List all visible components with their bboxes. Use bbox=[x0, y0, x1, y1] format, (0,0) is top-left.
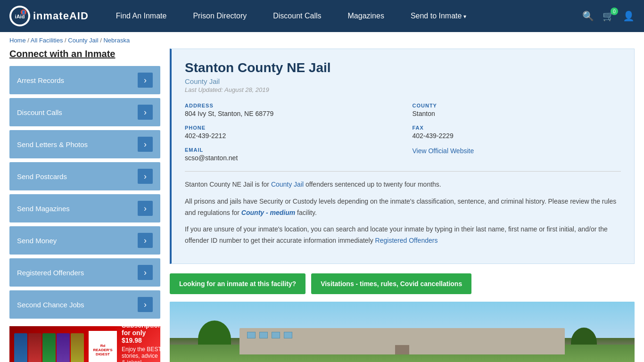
facility-email-block: EMAIL scso@stanton.net bbox=[185, 147, 394, 162]
photo-entrance bbox=[395, 345, 409, 354]
breadcrumb-all-facilities[interactable]: All Facilities bbox=[31, 37, 63, 44]
nav-send-to-inmate[interactable]: Send to Inmate bbox=[397, 0, 479, 33]
search-icon[interactable]: 🔍 bbox=[582, 10, 594, 22]
cart-badge: 0 bbox=[611, 8, 618, 15]
sidebar-item-send-magazines[interactable]: Send Magazines › bbox=[9, 194, 160, 222]
sidebar-item-label: Send Magazines bbox=[17, 205, 70, 213]
breadcrumb-home[interactable]: Home bbox=[9, 37, 26, 44]
photo-windows bbox=[239, 328, 565, 342]
main-container: Connect with an Inmate Arrest Records › … bbox=[0, 49, 644, 362]
email-value: scso@stanton.net bbox=[185, 154, 394, 162]
chevron-right-icon: › bbox=[138, 105, 153, 120]
county-label: COUNTY bbox=[413, 103, 621, 108]
sidebar-title: Connect with an Inmate bbox=[9, 49, 160, 59]
breadcrumb-state[interactable]: Nebraska bbox=[103, 37, 130, 44]
logo-icon: iAid 👤 bbox=[9, 6, 30, 26]
county-value: Stanton bbox=[413, 110, 621, 117]
photo-window bbox=[259, 332, 268, 338]
ad-logo-rd: Rd bbox=[100, 344, 106, 348]
chevron-right-icon: › bbox=[138, 201, 153, 216]
address-label: ADDRESS bbox=[185, 103, 394, 108]
chevron-right-icon: › bbox=[138, 233, 153, 248]
desc2-suffix: facility. bbox=[297, 209, 317, 216]
address-value: 804 Ivy St, Stanton, NE 68779 bbox=[185, 110, 394, 117]
facility-county-block: COUNTY Stanton bbox=[413, 103, 621, 117]
photo-window bbox=[284, 332, 292, 338]
ad-logo-sub: READER'S DIGEST bbox=[91, 348, 115, 356]
registered-offenders-link[interactable]: Registered Offenders bbox=[375, 237, 438, 244]
photo-building bbox=[239, 328, 565, 354]
sidebar-item-label: Discount Calls bbox=[17, 108, 62, 116]
main-navigation: iAid 👤 inmateAID Find An Inmate Prison D… bbox=[0, 0, 644, 32]
chevron-right-icon: › bbox=[138, 265, 153, 280]
svg-text:👤: 👤 bbox=[21, 10, 26, 15]
photo-window bbox=[247, 332, 256, 338]
chevron-right-icon: › bbox=[138, 169, 153, 184]
sidebar-item-second-chance-jobs[interactable]: Second Chance Jobs › bbox=[9, 290, 160, 319]
action-buttons: Looking for an inmate at this facility? … bbox=[170, 273, 635, 294]
facility-name: Stanton County NE Jail bbox=[185, 60, 621, 75]
fax-value: 402-439-2229 bbox=[413, 132, 621, 140]
sidebar-item-label: Registered Offenders bbox=[17, 269, 84, 277]
ad-inner: Rd READER'S DIGEST 1 Year Subscription f… bbox=[9, 326, 160, 362]
desc1-suffix: offenders sentenced up to twenty four mo… bbox=[305, 181, 441, 188]
logo-text: inmateAID bbox=[33, 10, 89, 22]
sidebar-item-send-postcards[interactable]: Send Postcards › bbox=[9, 162, 160, 190]
cart-icon[interactable]: 🛒 0 bbox=[603, 10, 614, 22]
breadcrumb: Home / All Facilities / County Jail / Ne… bbox=[0, 32, 644, 49]
nav-prison-directory[interactable]: Prison Directory bbox=[180, 0, 260, 33]
photo-window bbox=[272, 332, 280, 338]
facility-details: ADDRESS 804 Ivy St, Stanton, NE 68779 CO… bbox=[185, 103, 621, 162]
sidebar-item-arrest-records[interactable]: Arrest Records › bbox=[9, 66, 160, 94]
ad-logo-box: Rd READER'S DIGEST bbox=[89, 331, 117, 362]
logo[interactable]: iAid 👤 inmateAID bbox=[9, 6, 89, 26]
sidebar-item-send-money[interactable]: Send Money › bbox=[9, 226, 160, 255]
sidebar: Connect with an Inmate Arrest Records › … bbox=[9, 49, 160, 362]
sidebar-item-label: Arrest Records bbox=[17, 76, 64, 84]
sidebar-item-registered-offenders[interactable]: Registered Offenders › bbox=[9, 258, 160, 287]
facility-fax-block: FAX 402-439-2229 bbox=[413, 125, 621, 140]
sidebar-item-label: Send Postcards bbox=[17, 173, 67, 181]
facility-type: County Jail bbox=[185, 77, 621, 85]
desc1-text: Stanton County NE Jail is for bbox=[185, 181, 271, 188]
email-label: EMAIL bbox=[185, 147, 394, 153]
facility-card: Stanton County NE Jail County Jail Last … bbox=[170, 49, 635, 264]
chevron-right-icon: › bbox=[138, 137, 153, 152]
fax-label: FAX bbox=[413, 125, 621, 131]
facility-last-updated: Last Updated: August 28, 2019 bbox=[185, 86, 621, 93]
nav-right: 🔍 🛒 0 👤 bbox=[582, 10, 635, 22]
sidebar-item-label: Second Chance Jobs bbox=[17, 301, 84, 309]
breadcrumb-county-jail[interactable]: County Jail bbox=[68, 37, 98, 44]
facility-website-block: View Official Website bbox=[413, 147, 621, 162]
chevron-right-icon: › bbox=[138, 297, 153, 312]
facility-phone-block: PHONE 402-439-2212 bbox=[185, 125, 394, 140]
sidebar-item-send-letters[interactable]: Send Letters & Photos › bbox=[9, 130, 160, 158]
sidebar-item-label: Send Letters & Photos bbox=[17, 140, 88, 148]
facility-photo bbox=[170, 302, 635, 362]
ad-subtext: Enjoy the BEST stories, advice & jokes! bbox=[122, 346, 160, 362]
sidebar-advertisement[interactable]: Rd READER'S DIGEST 1 Year Subscription f… bbox=[9, 326, 160, 362]
website-link[interactable]: View Official Website bbox=[413, 147, 474, 155]
content-area: Stanton County NE Jail County Jail Last … bbox=[170, 49, 635, 362]
phone-label: PHONE bbox=[185, 125, 394, 131]
ad-headline: 1 Year Subscription for only $19.98 bbox=[122, 326, 160, 344]
facility-description: Stanton County NE Jail is for County Jai… bbox=[185, 179, 621, 247]
ad-text: 1 Year Subscription for only $19.98 Enjo… bbox=[122, 326, 160, 362]
nav-magazines[interactable]: Magazines bbox=[335, 0, 397, 33]
county-medium-link[interactable]: County - medium bbox=[241, 209, 295, 216]
find-inmate-button[interactable]: Looking for an inmate at this facility? bbox=[170, 273, 305, 294]
user-icon[interactable]: 👤 bbox=[623, 10, 635, 22]
nav-find-inmate[interactable]: Find An Inmate bbox=[103, 0, 180, 33]
facility-address-block: ADDRESS 804 Ivy St, Stanton, NE 68779 bbox=[185, 103, 394, 117]
sidebar-item-label: Send Money bbox=[17, 237, 57, 245]
sidebar-item-discount-calls[interactable]: Discount Calls › bbox=[9, 98, 160, 126]
ad-books bbox=[14, 333, 84, 362]
divider bbox=[185, 171, 621, 172]
nav-discount-calls[interactable]: Discount Calls bbox=[260, 0, 334, 33]
nav-links: Find An Inmate Prison Directory Discount… bbox=[103, 0, 582, 33]
visitation-button[interactable]: Visitations - times, rules, Covid cancel… bbox=[311, 273, 471, 294]
county-jail-link-1[interactable]: County Jail bbox=[271, 181, 304, 188]
phone-value: 402-439-2212 bbox=[185, 132, 394, 140]
chevron-right-icon: › bbox=[138, 73, 153, 88]
